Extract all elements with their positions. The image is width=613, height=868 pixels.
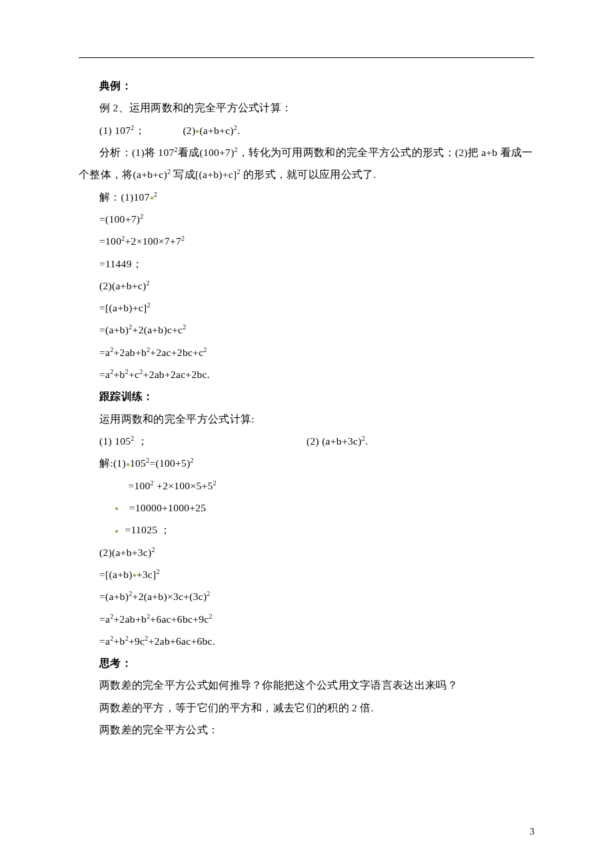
text: =a: [99, 613, 110, 625]
example-2-items: (1) 1072； (2)(a+b+c)2.: [79, 119, 534, 141]
text: =a: [99, 347, 110, 358]
sup: 2: [140, 213, 143, 220]
sup: 2: [183, 323, 186, 331]
text: =(a+b): [99, 591, 129, 602]
text: .: [365, 435, 368, 447]
solution-2-start: (2)(a+b+c)2: [79, 275, 534, 297]
solution-2-step: =(a+b)2+2(a+b)c+c2: [79, 319, 534, 341]
sup: 2: [203, 346, 207, 353]
text: +9c: [129, 635, 145, 647]
text: 105: [130, 457, 146, 469]
practice-solution-2-step: =(a+b)2+2(a+b)×3c+(3c)2: [79, 585, 534, 607]
text: +6ac+6bc+9c: [150, 613, 209, 625]
practice-prompt: 运用两数和的完全平方公式计算:: [79, 408, 534, 430]
sup: 2: [191, 457, 194, 464]
text: +2(a+b)×3c+(3c): [133, 591, 207, 602]
text: =a: [99, 635, 110, 647]
text: 个整体，将(a+b+c): [79, 169, 167, 180]
solution-1-result: =11449；: [79, 253, 534, 275]
text: (2)(a+b+3c): [99, 547, 151, 558]
sup: 2: [154, 190, 157, 197]
practice-solution-1-step: =1002 +2×100×5+52: [79, 475, 534, 497]
text: =100: [128, 480, 150, 491]
practice-solution-2-start: (2)(a+b+3c)2: [79, 541, 534, 563]
practice-solution-1-result: =11025 ；: [79, 519, 534, 541]
solution-1-step: =1002+2×100×7+72: [79, 230, 534, 252]
example-2-title: 例 2、运用两数和的完全平方公式计算：: [79, 97, 534, 119]
text: 看成(100+7): [178, 147, 235, 158]
practice-solution-1-start: 解:(1)1052=(100+5)2: [79, 452, 534, 474]
think-question: 两数差的完全平方公式如何推导？你能把这个公式用文字语言表达出来吗？: [79, 674, 534, 696]
text: (a+b+c): [199, 125, 233, 136]
text: 解：(1)107: [99, 191, 150, 203]
text: (2) (a+b+3c): [306, 435, 362, 447]
text: +b: [114, 635, 125, 647]
text: 分析：(1)将 107: [99, 147, 175, 158]
think-statement: 两数差的平方，等于它们的平方和，减去它们的积的 2 倍.: [79, 697, 534, 719]
document-body: 典例： 例 2、运用两数和的完全平方公式计算： (1) 1072； (2)(a+…: [79, 75, 534, 741]
practice-item-1: (1) 1052 ；: [79, 430, 306, 452]
sup: 2: [147, 301, 150, 309]
text: +2×100×7+7: [125, 235, 181, 247]
text: =a: [99, 369, 110, 380]
practice-items-row: (1) 1052 ； (2) (a+b+3c)2.: [79, 430, 534, 452]
text: =(100+5): [149, 457, 190, 469]
text: +3c]: [137, 569, 157, 580]
text: +c: [129, 369, 139, 380]
text: 的形式，就可以应用公式了.: [241, 169, 376, 180]
practice-item-2: (2) (a+b+3c)2.: [306, 430, 534, 452]
heading-examples: 典例：: [79, 75, 534, 97]
dot-icon: [115, 530, 118, 533]
text: +2ab+b: [114, 613, 147, 625]
heading-practice: 跟踪训练：: [79, 385, 534, 407]
sup: 2: [207, 590, 210, 597]
text: =(100+7): [99, 213, 140, 225]
dot-icon: [151, 197, 153, 199]
text: .: [237, 125, 240, 136]
solution-2-step: =a2+2ab+b2+2ac+2bc+c2: [79, 341, 534, 363]
analysis-line-1: 分析：(1)将 1072看成(100+7)2，转化为可用两数和的完全平方公式的形…: [79, 141, 534, 163]
sup: 2: [181, 235, 185, 242]
text: =10000+1000+25: [129, 502, 207, 513]
sup: 2: [156, 568, 159, 575]
text: =100: [99, 235, 121, 247]
heading-think: 思考：: [79, 652, 534, 674]
text: +2×100×5+5: [154, 480, 213, 491]
horizontal-rule: [79, 57, 534, 58]
page: 典例： 例 2、运用两数和的完全平方公式计算： (1) 1072； (2)(a+…: [0, 0, 613, 868]
item-1: (1) 107: [99, 125, 131, 136]
dot-icon: [133, 574, 136, 577]
text: +2ab+b: [114, 347, 147, 358]
practice-solution-2-step: =[(a+b)+3c]2: [79, 563, 534, 585]
page-number: 3: [530, 827, 534, 837]
sup: 2: [151, 545, 155, 553]
dot-icon: [127, 463, 129, 466]
text: =(a+b): [99, 324, 129, 335]
text: ，转化为可用两数和的完全平方公式的形式；(2)把 a+b 看成一: [238, 147, 533, 158]
text: +2ac+2bc+c: [150, 347, 203, 358]
solution-2-result: =a2+b2+c2+2ab+2ac+2bc.: [79, 363, 534, 385]
practice-solution-2-result: =a2+b2+9c2+2ab+6ac+6bc.: [79, 630, 534, 652]
text: =[(a+b)+c]: [99, 302, 147, 313]
sup: 2: [146, 279, 149, 287]
solution-1-start: 解：(1)1072: [79, 186, 534, 208]
practice-solution-1-step: =10000+1000+25: [79, 497, 534, 519]
analysis-line-2: 个整体，将(a+b+c)2 写成[(a+b)+c]2 的形式，就可以应用公式了.: [79, 163, 534, 185]
text: (2)(a+b+c): [99, 280, 146, 291]
think-formula-label: 两数差的完全平方公式：: [79, 719, 534, 741]
text: +2ab+2ac+2bc.: [143, 369, 210, 380]
solution-1-step: =(100+7)2: [79, 208, 534, 230]
solution-2-step: =[(a+b)+c]2: [79, 297, 534, 319]
text: 解:(1): [99, 457, 126, 469]
practice-solution-2-step: =a2+2ab+b2+6ac+6bc+9c2: [79, 608, 534, 630]
dot-icon: [115, 507, 118, 510]
text: +2ab+6ac+6bc.: [149, 635, 215, 647]
sup: 2: [213, 479, 217, 486]
text: ；: [135, 435, 148, 447]
text: (1) 105: [99, 435, 131, 447]
text: ；: [135, 125, 145, 136]
text: =11025 ；: [125, 524, 171, 535]
text: =[(a+b): [99, 569, 133, 580]
text: +b: [114, 369, 125, 380]
text: +2(a+b)c+c: [133, 324, 183, 335]
